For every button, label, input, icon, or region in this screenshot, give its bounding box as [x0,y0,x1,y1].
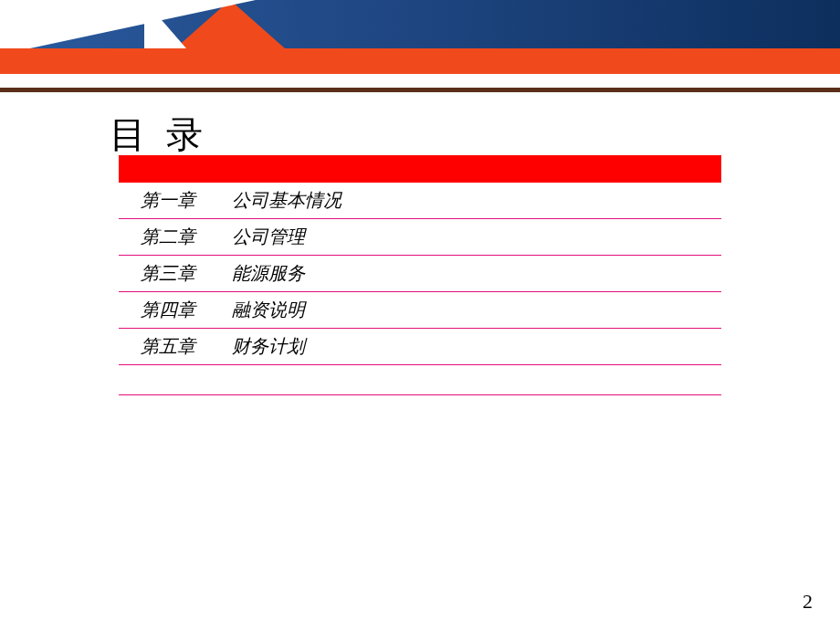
page-title: 目 录 [110,110,208,160]
toc-row: 第三章 能源服务 [119,256,721,292]
toc-chapter-label: 第五章 [119,334,228,359]
toc-chapter-label: 第一章 [119,188,228,213]
extra-divider [119,394,721,395]
toc-row: 第二章 公司管理 [119,219,721,256]
page-number: 2 [803,590,813,614]
orange-band [0,48,840,74]
toc-chapter-desc: 能源服务 [228,261,721,286]
toc-chapter-desc: 公司管理 [228,225,721,249]
toc-chapter-label: 第三章 [119,261,228,286]
white-diagonal-cut [0,0,256,55]
white-small-cut [144,0,186,48]
toc-chapter-desc: 财务计划 [228,334,721,359]
toc-table: 第一章 公司基本情况 第二章 公司管理 第三章 能源服务 第四章 融资说明 第五… [119,183,721,365]
toc-chapter-label: 第四章 [119,298,228,322]
toc-header-bar [119,155,721,183]
toc-row: 第四章 融资说明 [119,292,721,329]
toc-row: 第一章 公司基本情况 [119,183,721,219]
header-banner [0,0,840,73]
toc-row: 第五章 财务计划 [119,329,721,365]
toc-chapter-desc: 公司基本情况 [228,188,721,213]
brown-horizontal-rule [0,88,840,92]
toc-chapter-desc: 融资说明 [228,298,721,322]
toc-chapter-label: 第二章 [119,225,228,249]
